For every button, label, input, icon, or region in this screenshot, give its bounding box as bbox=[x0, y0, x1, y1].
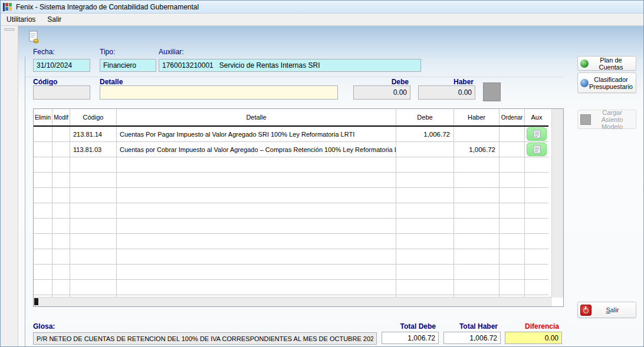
auxiliar-label: Auxiliar: bbox=[159, 48, 184, 56]
diferencia-label: Diferencia bbox=[505, 322, 559, 331]
table-row[interactable] bbox=[34, 219, 548, 234]
table-row[interactable] bbox=[34, 173, 548, 188]
table-row[interactable]: 213.81.14Cuentas Por Pagar Impuesto al V… bbox=[34, 127, 548, 142]
empty-cell bbox=[525, 219, 548, 233]
empty-cell bbox=[454, 173, 500, 187]
table-row[interactable] bbox=[34, 203, 548, 219]
empty-cell bbox=[454, 280, 500, 295]
empty-cell bbox=[396, 249, 454, 264]
new-entry-icon[interactable] bbox=[27, 30, 41, 44]
table-row[interactable] bbox=[34, 265, 548, 280]
header-aux[interactable]: Aux bbox=[525, 109, 548, 125]
title-bar: Fenix - Sistema Integrado de Contabilida… bbox=[1, 1, 643, 14]
empty-cell bbox=[454, 265, 500, 279]
empty-cell bbox=[525, 203, 548, 218]
table-cell: 213.81.14 bbox=[70, 127, 117, 141]
header-codigo[interactable]: Código bbox=[70, 109, 117, 125]
haber-entry-input[interactable] bbox=[418, 85, 475, 100]
power-icon bbox=[580, 305, 592, 316]
empty-cell bbox=[500, 249, 525, 264]
empty-cell bbox=[525, 157, 548, 172]
empty-cell bbox=[396, 234, 454, 249]
debe-entry-input[interactable] bbox=[353, 85, 410, 100]
detalle-entry-input[interactable] bbox=[100, 85, 338, 100]
hscroll-thumb[interactable] bbox=[34, 298, 38, 305]
panel-grip-handle[interactable] bbox=[4, 28, 15, 31]
empty-cell bbox=[34, 280, 52, 295]
empty-cell bbox=[117, 249, 396, 264]
empty-cell bbox=[70, 249, 117, 264]
aux-button[interactable] bbox=[527, 143, 547, 156]
empty-cell bbox=[454, 188, 500, 203]
auxiliar-input[interactable] bbox=[159, 59, 421, 72]
header-detalle[interactable]: Detalle bbox=[117, 109, 396, 125]
empty-cell bbox=[454, 249, 500, 264]
codigo-entry-input[interactable] bbox=[33, 85, 90, 100]
empty-cell bbox=[70, 265, 117, 279]
table-cell: Cuentas Por Pagar Impuesto al Valor Agre… bbox=[117, 127, 396, 141]
clasificador-presupuestario-button[interactable]: Clasificador Presupuestario bbox=[577, 72, 636, 93]
tipo-input[interactable] bbox=[100, 59, 156, 72]
empty-cell bbox=[52, 203, 70, 218]
fecha-input[interactable] bbox=[33, 59, 90, 72]
app-window: Fenix - Sistema Integrado de Contabilida… bbox=[0, 0, 644, 347]
empty-cell bbox=[500, 157, 525, 172]
empty-cell bbox=[454, 157, 500, 172]
table-cell: 113.81.03 bbox=[70, 142, 117, 157]
table-row[interactable] bbox=[34, 188, 548, 203]
table-cell bbox=[34, 142, 52, 157]
table-row[interactable]: 113.81.03Cuentas por Cobrar Impuesto al … bbox=[34, 142, 548, 157]
table-cell: 1,006.72 bbox=[454, 142, 500, 157]
header-haber[interactable]: Haber bbox=[454, 109, 500, 125]
header-debe[interactable]: Debe bbox=[396, 109, 454, 125]
plan-de-cuentas-label: Plan de Cuentas bbox=[589, 57, 633, 71]
empty-cell bbox=[117, 188, 396, 203]
grid-columns: Elimin Modif Código Detalle Debe Haber O… bbox=[34, 109, 548, 307]
table-cell: 1,006.72 bbox=[396, 127, 454, 141]
empty-cell bbox=[52, 157, 70, 172]
cargar-asiento-modelo-button[interactable]: Cargar Asiento Modelo bbox=[577, 110, 636, 129]
empty-cell bbox=[117, 203, 396, 218]
left-collapsed-panel[interactable] bbox=[1, 26, 18, 347]
table-row[interactable] bbox=[34, 280, 548, 295]
empty-cell bbox=[500, 234, 525, 249]
empty-cell bbox=[454, 203, 500, 218]
header-ordenar[interactable]: Ordenar bbox=[500, 109, 525, 125]
table-cell bbox=[454, 127, 500, 141]
fecha-label: Fecha: bbox=[33, 48, 55, 56]
empty-cell bbox=[117, 157, 396, 172]
diferencia-field bbox=[505, 332, 562, 344]
codigo-label: Código bbox=[33, 78, 57, 86]
empty-cell bbox=[500, 280, 525, 295]
empty-cell bbox=[34, 234, 52, 249]
table-cell bbox=[525, 142, 548, 157]
empty-cell bbox=[34, 188, 52, 203]
grid-horizontal-scrollbar[interactable] bbox=[34, 297, 552, 306]
haber-label: Haber bbox=[431, 78, 474, 86]
empty-cell bbox=[117, 219, 396, 233]
glosa-input[interactable] bbox=[33, 332, 377, 345]
header-modif[interactable]: Modif bbox=[52, 109, 70, 125]
aux-button[interactable] bbox=[527, 127, 547, 141]
grid-vertical-scrollbar[interactable] bbox=[551, 109, 563, 298]
table-row[interactable] bbox=[34, 157, 548, 173]
empty-cell bbox=[34, 249, 52, 264]
header-elimin[interactable]: Elimin bbox=[34, 109, 52, 125]
empty-cell bbox=[525, 188, 548, 203]
plan-de-cuentas-button[interactable]: Plan de Cuentas bbox=[577, 56, 636, 71]
empty-cell bbox=[500, 265, 525, 279]
empty-cell bbox=[117, 234, 396, 249]
salir-button[interactable]: Salir bbox=[577, 302, 636, 318]
salir-label: Salir bbox=[592, 306, 633, 313]
empty-cell bbox=[34, 173, 52, 187]
add-line-button[interactable] bbox=[483, 82, 501, 101]
table-row[interactable] bbox=[34, 234, 548, 249]
app-icon bbox=[3, 2, 12, 12]
table-cell bbox=[500, 142, 525, 157]
empty-cell bbox=[70, 203, 117, 218]
tipo-label: Tipo: bbox=[100, 48, 115, 56]
empty-cell bbox=[70, 219, 117, 233]
table-row[interactable] bbox=[34, 249, 548, 265]
menu-salir[interactable]: Salir bbox=[41, 14, 67, 25]
menu-utilitarios[interactable]: Utilitarios bbox=[1, 14, 41, 25]
